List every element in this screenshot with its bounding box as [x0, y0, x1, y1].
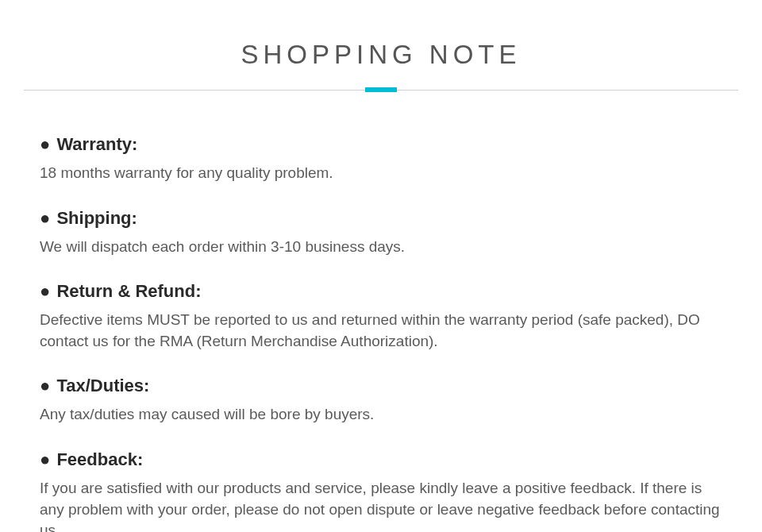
- page-title: SHOPPING NOTE: [24, 40, 738, 70]
- note-heading: ● Warranty:: [40, 134, 722, 155]
- note-heading: ● Tax/Duties:: [40, 376, 722, 396]
- note-body: We will dispatch each order within 3-10 …: [40, 237, 722, 258]
- bullet-icon: ●: [40, 376, 50, 395]
- bullet-icon: ●: [40, 449, 50, 469]
- note-heading: ● Feedback:: [40, 449, 722, 470]
- heading-text: Feedback:: [56, 449, 143, 469]
- content-area: ● Warranty: 18 months warranty for any q…: [24, 91, 738, 532]
- heading-text: Shipping:: [56, 208, 137, 228]
- header-section: SHOPPING NOTE: [24, 0, 738, 91]
- note-warranty: ● Warranty: 18 months warranty for any q…: [40, 134, 722, 184]
- note-body: Any tax/duties may caused will be bore b…: [40, 404, 722, 426]
- heading-text: Warranty:: [56, 134, 137, 154]
- note-heading: ● Return & Refund:: [40, 281, 722, 302]
- note-tax-duties: ● Tax/Duties: Any tax/duties may caused …: [40, 376, 722, 426]
- note-body: Defective items MUST be reported to us a…: [40, 310, 722, 352]
- bullet-icon: ●: [40, 134, 50, 154]
- note-return-refund: ● Return & Refund: Defective items MUST …: [40, 281, 722, 352]
- note-body: 18 months warranty for any quality probl…: [40, 163, 722, 184]
- divider-line: [24, 90, 738, 91]
- heading-text: Tax/Duties:: [56, 376, 149, 395]
- note-body: If you are satisfied with our products a…: [40, 478, 722, 532]
- accent-bar: [365, 87, 397, 92]
- note-feedback: ● Feedback: If you are satisfied with ou…: [40, 449, 722, 532]
- heading-text: Return & Refund:: [56, 281, 201, 301]
- bullet-icon: ●: [40, 281, 50, 301]
- note-shipping: ● Shipping: We will dispatch each order …: [40, 208, 722, 258]
- note-heading: ● Shipping:: [40, 208, 722, 229]
- bullet-icon: ●: [40, 208, 50, 228]
